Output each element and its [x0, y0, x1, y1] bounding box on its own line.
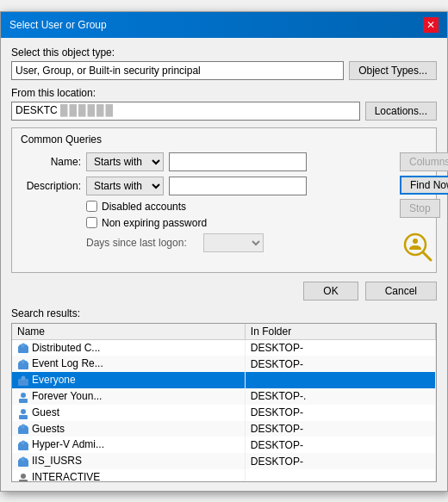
cell-folder: DESKTOP-. [245, 388, 435, 405]
cell-folder: DESKTOP- [245, 453, 435, 469]
disabled-accounts-row: Disabled accounts [86, 201, 307, 213]
select-user-dialog: Select User or Group ✕ Select this objec… [0, 11, 448, 492]
title-bar: Select User or Group ✕ [1, 12, 447, 38]
cell-name: IIS_IUSRS [12, 453, 245, 469]
search-icon [400, 229, 434, 263]
cell-folder [245, 372, 435, 388]
days-row: Days since last logon: [21, 233, 307, 252]
locations-button[interactable]: Locations... [365, 102, 437, 121]
disabled-accounts-label: Disabled accounts [102, 201, 186, 213]
days-label: Days since last logon: [86, 237, 198, 249]
cell-name: Guests [12, 421, 245, 437]
object-types-button[interactable]: Object Types... [349, 61, 437, 80]
svg-point-6 [24, 344, 28, 348]
name-condition-select[interactable]: Starts with Ends with Is Contains [86, 152, 164, 171]
svg-point-24 [24, 442, 28, 445]
location-group: From this location: DESKTC ██████ Locati… [11, 87, 437, 121]
dialog-title: Select User or Group [9, 19, 107, 31]
cell-name: INTERACTIVE [12, 469, 245, 481]
svg-point-15 [21, 409, 26, 414]
cell-folder: DESKTOP- [245, 405, 435, 421]
location-label: From this location: [11, 87, 437, 99]
object-type-input[interactable] [11, 61, 344, 80]
disabled-accounts-checkbox[interactable] [86, 201, 97, 212]
ok-cancel-row: OK Cancel [11, 282, 437, 301]
table-row[interactable]: Event Log Re...DESKTOP- [12, 356, 436, 372]
cell-name: Guest [12, 405, 245, 421]
close-button[interactable]: ✕ [423, 17, 439, 33]
location-input: DESKTC ██████ [11, 102, 360, 121]
svg-point-29 [21, 474, 26, 479]
cell-name: Distributed C... [12, 339, 245, 356]
svg-point-2 [413, 239, 418, 244]
description-label: Description: [21, 180, 81, 192]
cell-folder: DESKTOP- [245, 339, 435, 356]
cancel-button[interactable]: Cancel [365, 282, 437, 301]
find-now-button[interactable]: Find Now [400, 176, 448, 195]
svg-point-12 [22, 375, 26, 380]
table-row[interactable]: Forever Youn...DESKTOP-. [12, 388, 436, 405]
table-row[interactable]: Distributed C...DESKTOP- [12, 339, 436, 356]
results-table-wrapper: Name In Folder Distributed C...DESKTOP-E… [11, 323, 437, 482]
table-row[interactable]: INTERACTIVE [12, 469, 436, 481]
name-label: Name: [21, 156, 81, 168]
name-row: Name: Starts with Ends with Is Contains [21, 152, 307, 171]
table-row[interactable]: Everyone [12, 372, 436, 388]
common-queries-title: Common Queries [21, 133, 427, 146]
non-expiring-checkbox[interactable] [86, 217, 97, 228]
cell-name: Everyone [12, 372, 245, 388]
svg-line-1 [423, 252, 431, 260]
col-folder[interactable]: In Folder [245, 324, 435, 340]
svg-rect-14 [19, 399, 28, 403]
description-condition-select[interactable]: Starts with Ends with Is Contains [86, 177, 164, 195]
cell-folder: DESKTOP- [245, 421, 435, 437]
svg-point-28 [24, 458, 28, 462]
cell-name: Event Log Re... [12, 356, 245, 372]
cell-folder: DESKTOP- [245, 356, 435, 372]
svg-point-20 [24, 425, 28, 429]
days-select[interactable] [203, 233, 264, 252]
svg-rect-16 [19, 415, 28, 419]
cell-folder [245, 469, 435, 481]
description-row: Description: Starts with Ends with Is Co… [21, 177, 307, 195]
svg-point-10 [24, 361, 28, 364]
svg-point-13 [21, 393, 26, 398]
ok-button[interactable]: OK [303, 282, 358, 301]
cell-name: Forever Youn... [12, 388, 245, 405]
cell-folder: DESKTOP- [245, 437, 435, 453]
table-row[interactable]: Hyper-V Admi...DESKTOP- [12, 437, 436, 453]
cell-name: Hyper-V Admi... [12, 437, 245, 453]
description-value-input[interactable] [169, 177, 307, 195]
table-row[interactable]: GuestsDESKTOP- [12, 421, 436, 437]
stop-button[interactable]: Stop [400, 199, 440, 218]
col-name[interactable]: Name [12, 324, 245, 340]
search-results-label: Search results: [11, 307, 437, 319]
columns-button[interactable]: Columns... [400, 152, 448, 171]
non-expiring-label: Non expiring password [102, 217, 207, 229]
results-table: Name In Folder Distributed C...DESKTOP-E… [12, 324, 436, 482]
search-icon-area [400, 229, 434, 263]
common-queries-group: Common Queries Name: Starts with Ends wi… [11, 127, 437, 273]
svg-rect-30 [19, 480, 28, 482]
table-row[interactable]: GuestDESKTOP- [12, 405, 436, 421]
table-row[interactable]: IIS_IUSRSDESKTOP- [12, 453, 436, 469]
non-expiring-row: Non expiring password [86, 217, 307, 229]
name-value-input[interactable] [169, 152, 307, 171]
object-type-group: Select this object type: Object Types... [11, 46, 437, 80]
object-type-label: Select this object type: [11, 46, 437, 59]
